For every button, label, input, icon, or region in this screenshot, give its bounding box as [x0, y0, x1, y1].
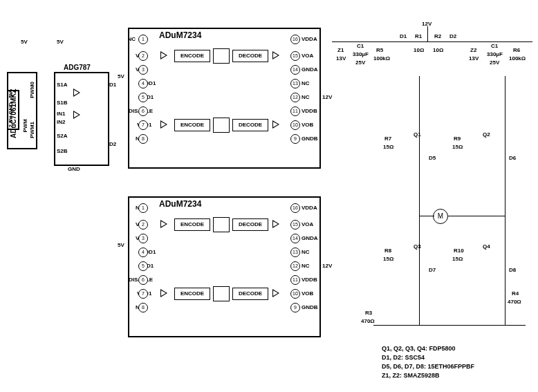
iso1-v5: 5V	[118, 73, 124, 80]
br-r8v: 15Ω	[383, 256, 393, 262]
iso1-r8: GNDB	[302, 136, 318, 142]
wire	[419, 76, 420, 325]
br-r9: R9	[454, 136, 461, 142]
sig-pwm0: PWM0	[29, 82, 35, 98]
iso1-r4: NC	[302, 80, 310, 86]
switch-name: ADG787	[64, 64, 91, 71]
iso2-ln3: 3	[138, 234, 148, 243]
boot-d2: D2	[449, 33, 456, 39]
iso1-rn8: 9	[290, 134, 300, 144]
rail-2v5: 2.5V	[8, 116, 14, 127]
iso2-enc2: ENCODE	[174, 288, 210, 300]
iso1-ln2: 2	[138, 51, 148, 61]
sig-pwm1: PWM1	[29, 122, 35, 138]
iso1-name: ADuM7234	[159, 30, 201, 40]
wire	[427, 26, 428, 41]
sw-d1: D1	[109, 82, 116, 88]
iso2-r4: NC	[302, 249, 310, 255]
sw-d2: D2	[109, 141, 116, 147]
sw-in2: IN2	[57, 119, 65, 125]
iso2-rn5: 12	[290, 261, 300, 271]
boot-r6: R6	[513, 47, 520, 53]
iso1-ln6: 6	[138, 106, 148, 116]
br-r4: R4	[512, 290, 519, 297]
iso1-xfmr1	[213, 48, 230, 64]
iso2-ln4: 4	[138, 248, 148, 257]
sw-5v-b: 5V	[57, 39, 64, 45]
sw-gnd: GND	[68, 166, 80, 172]
iso2-rn4: 13	[290, 248, 300, 257]
iso1-dec1: DECODE	[232, 50, 268, 62]
wire	[373, 325, 526, 326]
parts-note: Q1, Q2, Q3, Q4: FDP5800 D1, D2: SSC54 D5…	[382, 344, 474, 380]
br-r4v: 470Ω	[508, 299, 521, 305]
iso1-rn1: 16	[290, 35, 300, 44]
buffer-icon-2	[73, 111, 80, 119]
note-l4: Z1, Z2: SMAZ5928B	[382, 371, 474, 380]
iso2-r1: VDDA	[302, 205, 317, 211]
boot-r5: R5	[376, 47, 383, 53]
boot-c1v: 330µF	[353, 51, 369, 57]
buf-icon	[160, 289, 167, 297]
note-l2: D1, D2: SSC54	[382, 353, 474, 362]
iso1-r5: NC	[302, 94, 310, 100]
iso2-v5: 5V	[118, 242, 124, 248]
iso2-ln7: 7	[138, 289, 148, 299]
wire	[332, 41, 532, 42]
buf-icon	[272, 289, 279, 297]
rail-gnd: GND	[8, 102, 14, 115]
sw-s1b: S1B	[57, 100, 68, 106]
br-d6: D6	[509, 155, 516, 161]
boot-z2: Z2	[470, 47, 476, 53]
iso2-ln5: 5	[138, 261, 148, 271]
br-r10v: 15Ω	[452, 256, 463, 262]
iso2-rn1: 16	[290, 203, 300, 213]
iso2-ln2: 2	[138, 220, 148, 230]
buf-icon	[160, 120, 167, 129]
buf-icon	[160, 220, 167, 228]
iso1-ln3: 3	[138, 65, 148, 75]
iso2-r5: NC	[302, 263, 310, 269]
iso2-xfmr1	[213, 217, 230, 232]
rail-5v: 5V	[8, 91, 14, 98]
iso1-r6: VDDB	[302, 108, 317, 114]
wire	[448, 216, 505, 216]
iso2-name: ADuM7234	[159, 199, 201, 209]
iso1-ln8: 8	[138, 134, 148, 144]
iso2-dec1: DECODE	[232, 218, 268, 231]
iso2-xfmr2	[213, 286, 230, 301]
sw-s2b: S2B	[57, 148, 68, 154]
buf-icon	[272, 220, 279, 228]
iso2-rn6: 11	[290, 275, 300, 285]
boot-r5v: 100kΩ	[373, 55, 390, 62]
iso2-v12: 12V	[322, 263, 332, 269]
buf-icon	[272, 120, 279, 129]
iso1-r7: VOB	[302, 122, 313, 128]
br-r8: R8	[384, 248, 391, 254]
iso1-rn3: 14	[290, 65, 300, 75]
iso2-r2: VOA	[302, 221, 313, 227]
iso1-rn2: 15	[290, 51, 300, 61]
sw-s2a: S2A	[57, 133, 68, 139]
boot-r2v: 10Ω	[433, 47, 443, 53]
br-q4: Q4	[483, 243, 490, 250]
br-d7: D7	[429, 267, 436, 273]
br-r9v: 15Ω	[452, 144, 463, 150]
boot-z1v: 13V	[336, 55, 346, 62]
br-r3v: 470Ω	[361, 318, 375, 324]
boot-z2v: 13V	[469, 55, 479, 62]
br-q3: Q3	[414, 243, 421, 250]
iso2-ln8: 8	[138, 303, 148, 312]
br-d5: D5	[429, 155, 436, 161]
iso1-rn6: 11	[290, 106, 300, 116]
iso1-r3: GNDA	[302, 66, 318, 73]
iso1-ln1: 1	[138, 35, 148, 44]
buffer-icon-1	[73, 88, 80, 97]
sig-pwm: PWM	[22, 119, 28, 133]
motor-icon: M	[433, 209, 448, 224]
wire	[505, 76, 505, 325]
br-q1: Q1	[414, 131, 421, 138]
iso1-v12: 12V	[322, 94, 332, 100]
boot-c2: C1	[491, 43, 498, 49]
iso1-ln4: 4	[138, 79, 148, 88]
